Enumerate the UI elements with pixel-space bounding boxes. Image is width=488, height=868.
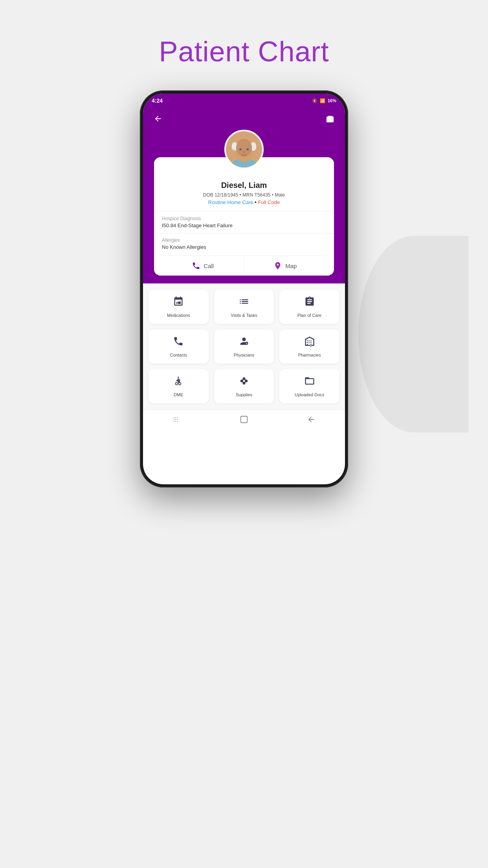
header-section xyxy=(143,130,345,157)
svg-point-8 xyxy=(246,149,249,151)
patient-card: Diesel, Liam DOB 12/18/1945 • MRN T56435… xyxy=(154,157,334,276)
folder-icon xyxy=(304,375,315,389)
bottom-nav xyxy=(143,410,345,428)
map-button[interactable]: Map xyxy=(244,256,327,276)
svg-point-12 xyxy=(178,377,180,378)
patient-care-codes: Routine Home Care • Full Code xyxy=(162,199,326,205)
nav-back-button[interactable] xyxy=(301,412,321,427)
separator3: • xyxy=(255,199,258,205)
patient-info: DOB 12/18/1945 • MRN T56435 • Male xyxy=(162,192,326,198)
physicians-label: Physicians xyxy=(234,353,255,357)
menu-grid: Rx Medications Visits & Tasks xyxy=(143,283,345,410)
patient-gender: Male xyxy=(275,192,285,198)
battery-text: 16% xyxy=(328,98,336,103)
routine-care: Routine Home Care xyxy=(208,199,253,205)
status-bar: 4:24 🔇 📶 16% xyxy=(143,94,345,108)
patient-mrn: MRN T56435 xyxy=(242,192,270,198)
back-button[interactable] xyxy=(151,112,165,126)
map-label: Map xyxy=(285,263,297,269)
menu-item-visits-tasks[interactable]: Visits & Tasks xyxy=(214,290,274,324)
allergies-label: Allergies xyxy=(162,237,326,243)
menu-item-pharmacies[interactable]: Pharmacies xyxy=(279,329,339,364)
tasks-icon xyxy=(238,296,250,310)
bandage-icon xyxy=(238,375,250,389)
patient-avatar xyxy=(224,130,264,169)
menu-item-dme[interactable]: DME xyxy=(149,369,209,403)
menu-item-physicians[interactable]: Physicians xyxy=(214,329,274,364)
supplies-label: Supplies xyxy=(236,392,252,397)
diagnosis-value: I50.84 End-Stage Heart Failure xyxy=(162,223,326,228)
screen-content[interactable]: Diesel, Liam DOB 12/18/1945 • MRN T56435… xyxy=(143,108,345,484)
svg-rect-17 xyxy=(243,380,245,382)
wheelchair-icon xyxy=(173,375,184,389)
status-time: 4:24 xyxy=(152,97,163,104)
allergies-value: No Known Allergies xyxy=(162,244,326,250)
status-icons: 🔇 📶 16% xyxy=(312,98,336,103)
full-code: Full Code xyxy=(258,199,280,205)
dme-label: DME xyxy=(174,392,183,397)
phone-shell: 4:24 🔇 📶 16% xyxy=(140,90,348,487)
building-icon xyxy=(304,336,315,349)
page-title: Patient Chart xyxy=(0,35,488,68)
call-button[interactable]: Call xyxy=(162,256,244,276)
separator1: • xyxy=(240,192,243,198)
medications-label: Medications xyxy=(167,313,190,318)
svg-point-14 xyxy=(179,383,181,385)
menu-item-uploaded-docs[interactable]: Uploaded Docs xyxy=(279,369,339,403)
app-bar xyxy=(143,108,345,130)
visits-tasks-label: Visits & Tasks xyxy=(231,313,257,318)
call-icon xyxy=(192,261,200,270)
nav-menu-button[interactable] xyxy=(167,412,187,427)
rx-icon: Rx xyxy=(173,296,184,310)
svg-point-13 xyxy=(176,383,178,385)
menu-item-supplies[interactable]: Supplies xyxy=(214,369,274,403)
patient-name: Diesel, Liam xyxy=(162,181,326,190)
diagnosis-label: Hospice Diagnosis xyxy=(162,216,326,221)
diagnosis-section: Hospice Diagnosis I50.84 End-Stage Heart… xyxy=(162,211,326,233)
svg-point-7 xyxy=(239,149,242,151)
nav-home-button[interactable] xyxy=(234,412,254,427)
svg-point-6 xyxy=(236,139,252,157)
patient-dob: DOB 12/18/1945 xyxy=(203,192,238,198)
phone-screen: 4:24 🔇 📶 16% xyxy=(143,94,345,484)
menu-item-contacts[interactable]: Contacts xyxy=(149,329,209,364)
decorative-shape xyxy=(358,236,468,432)
page-title-section: Patient Chart xyxy=(0,35,488,68)
contacts-label: Contacts xyxy=(170,353,187,357)
mute-icon: 🔇 xyxy=(312,98,317,103)
call-label: Call xyxy=(204,263,214,269)
menu-item-plan-of-care[interactable]: Plan of Care xyxy=(279,290,339,324)
camera-button[interactable] xyxy=(323,112,337,126)
menu-item-medications[interactable]: Rx Medications xyxy=(149,290,209,324)
doctor-icon xyxy=(238,336,250,349)
plan-of-care-label: Plan of Care xyxy=(297,313,321,318)
pharmacies-label: Pharmacies xyxy=(298,353,321,357)
svg-text:Rx: Rx xyxy=(176,301,181,305)
uploaded-docs-label: Uploaded Docs xyxy=(295,392,324,397)
action-row: Call Map xyxy=(162,256,326,276)
svg-point-9 xyxy=(243,151,245,153)
phone-icon xyxy=(173,336,184,349)
svg-rect-18 xyxy=(241,416,248,423)
map-icon xyxy=(273,261,282,270)
allergies-section: Allergies No Known Allergies xyxy=(162,234,326,256)
clipboard-icon xyxy=(304,296,315,310)
wifi-icon: 📶 xyxy=(320,98,325,103)
